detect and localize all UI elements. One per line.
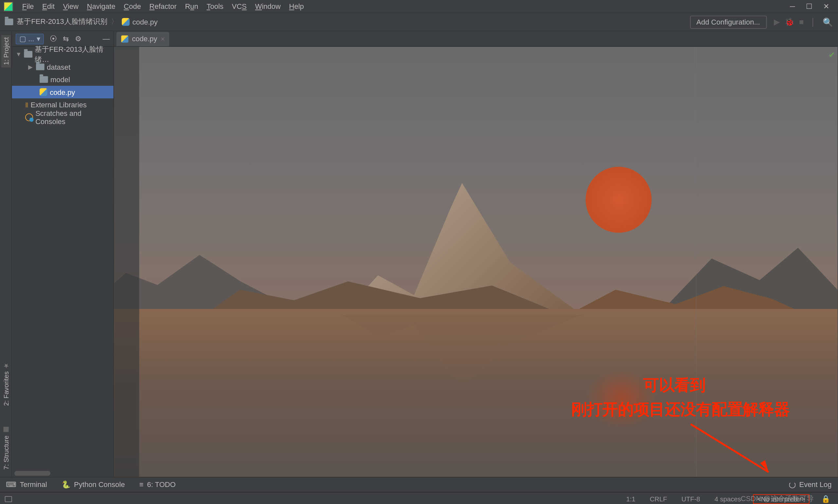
tree-item-label: Scratches and Consoles (35, 109, 113, 126)
menu-code[interactable]: Code (120, 1, 145, 12)
tree-item-label: dataset (47, 63, 70, 71)
editor-tab-label: code.py (132, 35, 157, 43)
add-configuration-button[interactable]: Add Configuration... (690, 15, 767, 29)
search-icon[interactable]: 🔍 (823, 17, 833, 26)
terminal-icon: ⌨ (6, 481, 16, 489)
debug-icon: 🐞 (785, 17, 794, 26)
run-icon: ▶ (774, 17, 780, 26)
menu-window[interactable]: Window (251, 1, 285, 12)
toggle-tool-windows-icon[interactable] (5, 496, 12, 502)
menu-help[interactable]: Help (285, 1, 308, 12)
project-folder-icon (24, 51, 32, 58)
menu-navigate[interactable]: Navigate (83, 1, 120, 12)
menu-run[interactable]: Run (181, 1, 202, 12)
tree-root[interactable]: ▼ 基于FER-2013人脸情绪… (12, 48, 113, 60)
python-file-icon (121, 35, 128, 42)
tree-item-model[interactable]: model (12, 73, 113, 86)
tree-item-label: model (50, 75, 70, 84)
menu-vcs[interactable]: VCS (228, 1, 251, 12)
expand-arrow-icon[interactable]: ▼ (16, 51, 22, 58)
menu-view[interactable]: View (59, 1, 83, 12)
menu-file[interactable]: File (18, 1, 38, 12)
editor-tab-bar: code.py × (114, 31, 838, 47)
breadcrumb-separator: 〉 (111, 17, 118, 27)
app-icon (4, 2, 13, 11)
tree-scratches[interactable]: Scratches and Consoles (12, 111, 113, 123)
window-close-button[interactable]: ✕ (823, 3, 829, 10)
python-file-icon (40, 88, 48, 96)
hide-panel-icon[interactable]: — (103, 34, 110, 43)
tool-tab-terminal[interactable]: ⌨ Terminal (6, 481, 47, 489)
editor-area: code.py × ✔ 可以看到 (114, 31, 838, 477)
editor-body[interactable]: ✔ 可以看到 刚打开的项目还没有配置解释器 (114, 47, 838, 477)
scratches-icon (25, 113, 33, 121)
project-scrollbar[interactable] (12, 470, 114, 477)
editor-gutter (114, 47, 139, 477)
settings-gear-icon[interactable]: ⚙ (75, 34, 82, 43)
project-tool-window: ▢ ... ▾ ⦿ ⇆ ⚙ — ▼ 基于FER-2013人脸情绪… ▶ data… (12, 31, 114, 477)
status-encoding[interactable]: UTF-8 (679, 495, 702, 502)
breadcrumb-project[interactable]: 基于FER-2013人脸情绪识别 (17, 17, 107, 27)
menu-refactor[interactable]: Refactor (145, 1, 181, 12)
tree-item-label: code.py (50, 88, 75, 96)
tree-item-code-py[interactable]: code.py (12, 86, 113, 98)
status-indent[interactable]: 4 spaces (712, 495, 743, 502)
todo-icon: ≡ (139, 481, 143, 489)
status-caret-position[interactable]: 1:1 (624, 495, 638, 502)
tree-item-label: External Libraries (31, 101, 86, 109)
tool-tab-event-log[interactable]: Event Log (789, 481, 832, 489)
tool-label: 6: TODO (147, 481, 176, 489)
status-interpreter[interactable]: <No interpreter> (753, 494, 809, 503)
collapse-icon[interactable]: ⇆ (63, 34, 69, 43)
left-tool-strip: 1: Project 2: Favorites ★ 7: Structure ▦ (0, 31, 12, 477)
menu-edit[interactable]: Edit (38, 1, 59, 12)
menu-bar: File Edit View Navigate Code Refactor Ru… (0, 0, 838, 13)
library-icon: ⫴ (25, 101, 28, 109)
editor-tab-code-py[interactable]: code.py × (117, 32, 170, 46)
annotation-text-line1: 可以看到 (643, 374, 706, 396)
tool-tab-project[interactable]: 1: Project (1, 35, 11, 68)
breadcrumb-file[interactable]: code.py (132, 18, 158, 26)
tool-label: Terminal (20, 481, 47, 489)
navigation-bar: 基于FER-2013人脸情绪识别 〉 code.py Add Configura… (0, 13, 838, 31)
folder-icon (40, 76, 48, 83)
python-console-icon: 🐍 (61, 481, 70, 489)
tool-label: Python Console (74, 481, 125, 489)
annotation-text-line2: 刚打开的项目还没有配置解释器 (571, 398, 789, 420)
project-view-selector[interactable]: ▢ ... ▾ (16, 33, 44, 44)
tool-tab-structure[interactable]: 7: Structure ▦ (1, 424, 11, 472)
window-maximize-button[interactable]: ☐ (806, 3, 813, 10)
folder-icon (5, 19, 14, 25)
tree-root-label: 基于FER-2013人脸情绪… (35, 44, 113, 65)
menu-tools[interactable]: Tools (202, 1, 228, 12)
read-only-lock-icon[interactable]: 🔒 (819, 494, 833, 503)
tool-tab-python-console[interactable]: 🐍 Python Console (61, 481, 125, 489)
tool-label: Event Log (799, 481, 832, 489)
folder-icon (36, 64, 44, 70)
status-bar: 1:1 CRLF UTF-8 4 spaces <No interpreter>… (0, 492, 838, 504)
scrollbar-thumb[interactable] (14, 471, 50, 476)
inspection-ok-icon[interactable]: ✔ (828, 50, 835, 59)
stop-icon: ■ (799, 17, 804, 26)
locate-icon[interactable]: ⦿ (50, 34, 57, 43)
bottom-tool-bar: ⌨ Terminal 🐍 Python Console ≡ 6: TODO Ev… (0, 477, 838, 492)
tool-tab-favorites[interactable]: 2: Favorites ★ (1, 359, 11, 408)
tool-tab-todo[interactable]: ≡ 6: TODO (139, 481, 176, 489)
close-tab-icon[interactable]: × (161, 35, 165, 42)
expand-arrow-icon[interactable]: ▶ (28, 64, 33, 70)
python-file-icon (122, 18, 130, 26)
event-log-icon (789, 482, 796, 488)
status-line-ending[interactable]: CRLF (647, 495, 670, 502)
window-minimize-button[interactable]: ─ (790, 3, 795, 10)
project-tree[interactable]: ▼ 基于FER-2013人脸情绪… ▶ dataset model code.p… (12, 47, 113, 124)
